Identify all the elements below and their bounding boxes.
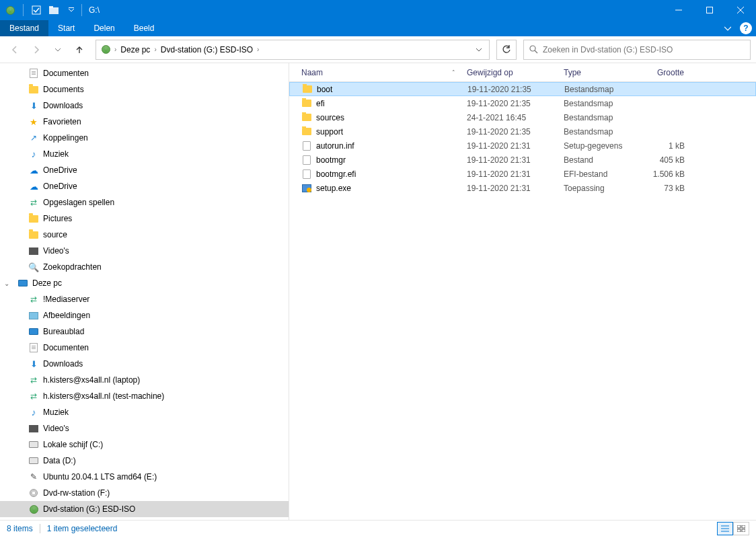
sidebar-item[interactable]: Documents bbox=[0, 81, 289, 98]
address-bar[interactable]: › Deze pc › Dvd-station (G:) ESD-ISO › bbox=[96, 40, 490, 60]
sidebar-item-label: Afbeeldingen bbox=[43, 311, 90, 320]
navigation-bar: › Deze pc › Dvd-station (G:) ESD-ISO › bbox=[0, 36, 756, 63]
sidebar-item-label: Muziek bbox=[43, 408, 69, 417]
up-button[interactable] bbox=[70, 40, 89, 59]
status-item-count: 8 items bbox=[7, 524, 33, 533]
tab-start[interactable]: Start bbox=[48, 20, 84, 36]
sidebar-item[interactable]: Afbeeldingen bbox=[0, 307, 289, 323]
sidebar-item[interactable]: Video's bbox=[0, 420, 289, 436]
sidebar-item[interactable]: Data (D:) bbox=[0, 453, 289, 469]
window-title: G:\ bbox=[89, 5, 100, 15]
column-name[interactable]: Naam˄ bbox=[289, 63, 461, 81]
sidebar-item[interactable]: ♪Muziek bbox=[0, 404, 289, 420]
column-type[interactable]: Type bbox=[558, 63, 639, 81]
tab-file[interactable]: Bestand bbox=[0, 20, 48, 36]
sidebar-item[interactable]: ☁OneDrive bbox=[0, 178, 289, 194]
search-input[interactable] bbox=[543, 45, 746, 54]
sidebar-item[interactable]: ⬇Downloads bbox=[0, 356, 289, 372]
sidebar-item-label: Data (D:) bbox=[43, 456, 76, 465]
address-history-dropdown-icon[interactable] bbox=[471, 47, 486, 52]
sidebar-item[interactable]: Documenten bbox=[0, 340, 289, 356]
file-row[interactable]: boot19-11-2020 21:35Bestandsmap bbox=[289, 82, 756, 96]
minimize-button[interactable] bbox=[663, 0, 694, 20]
chevron-right-icon[interactable]: › bbox=[153, 46, 157, 53]
sidebar-item[interactable]: Lokale schijf (C:) bbox=[0, 436, 289, 453]
refresh-button[interactable] bbox=[496, 40, 517, 60]
navigation-pane[interactable]: DocumentenDocuments⬇Downloads★Favorieten… bbox=[0, 63, 289, 520]
svg-rect-13 bbox=[737, 525, 741, 528]
chevron-right-icon[interactable]: › bbox=[256, 46, 260, 53]
sidebar-item[interactable]: source bbox=[0, 227, 289, 243]
sidebar-item[interactable]: ⬇Downloads bbox=[0, 98, 289, 114]
qat-dropdown-icon[interactable] bbox=[64, 3, 79, 17]
maximize-button[interactable] bbox=[694, 0, 725, 20]
ribbon-expand-icon[interactable] bbox=[720, 20, 736, 36]
sidebar-item[interactable]: ✎Ubuntu 20.04.1 LTS amd64 (E:) bbox=[0, 469, 289, 485]
folder-icon bbox=[302, 84, 313, 95]
sidebar-item[interactable]: ♪Muziek bbox=[0, 146, 289, 162]
sidebar-item-label: Downloads bbox=[43, 359, 83, 369]
sidebar-item[interactable]: Video's bbox=[0, 243, 289, 259]
breadcrumb-root-icon[interactable] bbox=[99, 40, 113, 59]
back-button[interactable] bbox=[5, 40, 24, 59]
sidebar-item[interactable]: Bureaublad bbox=[0, 323, 289, 340]
sidebar-item-this-pc[interactable]: ⌄Deze pc bbox=[0, 275, 289, 291]
svg-line-9 bbox=[535, 50, 537, 53]
svg-rect-5 bbox=[707, 7, 713, 13]
file-row[interactable]: sources24-1-2021 16:45Bestandsmap bbox=[289, 110, 756, 124]
file-row[interactable]: autorun.inf19-11-2020 21:31Setup-gegeven… bbox=[289, 139, 756, 153]
file-name: support bbox=[316, 127, 343, 137]
close-button[interactable] bbox=[725, 0, 756, 20]
recent-dropdown-icon[interactable] bbox=[48, 40, 67, 59]
sidebar-item[interactable]: ★Favorieten bbox=[0, 114, 289, 130]
down-icon: ⬇ bbox=[28, 358, 39, 369]
view-details-button[interactable] bbox=[717, 522, 733, 535]
tab-view[interactable]: Beeld bbox=[124, 20, 164, 36]
file-modified: 19-11-2020 21:31 bbox=[461, 141, 558, 151]
file-row[interactable]: bootmgr.efi19-11-2020 21:31EFI-bestand1.… bbox=[289, 167, 756, 181]
properties-icon[interactable] bbox=[29, 3, 44, 17]
sidebar-item[interactable]: ⇄!Mediaserver bbox=[0, 291, 289, 307]
file-modified: 19-11-2020 21:31 bbox=[461, 169, 558, 179]
file-row[interactable]: efi19-11-2020 21:35Bestandsmap bbox=[289, 96, 756, 110]
file-list[interactable]: boot19-11-2020 21:35Bestandsmapefi19-11-… bbox=[289, 82, 756, 520]
file-row[interactable]: setup.exe19-11-2020 21:31Toepassing73 kB bbox=[289, 181, 756, 195]
file-name: setup.exe bbox=[316, 184, 351, 193]
file-icon bbox=[301, 155, 312, 165]
forward-button[interactable] bbox=[27, 40, 46, 59]
net-icon: ⇄ bbox=[28, 375, 39, 385]
svg-rect-0 bbox=[32, 6, 40, 14]
breadcrumb-drive[interactable]: Dvd-station (G:) ESD-ISO bbox=[158, 40, 256, 59]
sidebar-item[interactable]: Dvd-rw-station (F:) bbox=[0, 485, 289, 501]
net-icon: ⇄ bbox=[28, 197, 39, 208]
chevron-right-icon[interactable]: › bbox=[113, 46, 118, 53]
sidebar-item[interactable]: ↗Koppelingen bbox=[0, 130, 289, 146]
column-modified[interactable]: Gewijzigd op bbox=[461, 63, 558, 81]
sidebar-item[interactable]: ⇄Opgeslagen spellen bbox=[0, 194, 289, 210]
sidebar-item-label: Video's bbox=[43, 246, 69, 256]
app-icon[interactable] bbox=[3, 3, 17, 17]
sidebar-item[interactable]: Pictures bbox=[0, 210, 289, 227]
column-size[interactable]: Grootte bbox=[639, 63, 690, 81]
expand-icon[interactable]: ⌄ bbox=[4, 280, 13, 287]
file-size: 405 kB bbox=[639, 155, 690, 165]
search-box[interactable] bbox=[523, 40, 751, 60]
tab-share[interactable]: Delen bbox=[84, 20, 124, 36]
sidebar-item[interactable]: ☁OneDrive bbox=[0, 162, 289, 178]
file-row[interactable]: bootmgr19-11-2020 21:31Bestand405 kB bbox=[289, 153, 756, 167]
file-name: sources bbox=[316, 113, 344, 122]
new-folder-icon[interactable] bbox=[46, 3, 61, 17]
sidebar-item[interactable]: Documenten bbox=[0, 65, 289, 81]
file-icon bbox=[301, 141, 312, 151]
help-button[interactable]: ? bbox=[740, 22, 752, 34]
file-row[interactable]: support19-11-2020 21:35Bestandsmap bbox=[289, 124, 756, 139]
breadcrumb-this-pc[interactable]: Deze pc bbox=[118, 40, 153, 59]
sidebar-item[interactable]: Dvd-station (G:) ESD-ISO bbox=[0, 501, 289, 517]
sidebar-item[interactable]: ⇄h.kisters@xs4all.nl (laptop) bbox=[0, 372, 289, 388]
sidebar-item[interactable]: 🔍Zoekopdrachten bbox=[0, 259, 289, 275]
file-type: EFI-bestand bbox=[558, 169, 639, 179]
sidebar-item[interactable]: ⇄h.kisters@xs4all.nl (test-machine) bbox=[0, 388, 289, 404]
disc2-icon bbox=[28, 504, 39, 514]
sort-asc-icon: ˄ bbox=[452, 69, 455, 76]
view-large-icons-button[interactable] bbox=[733, 522, 749, 535]
